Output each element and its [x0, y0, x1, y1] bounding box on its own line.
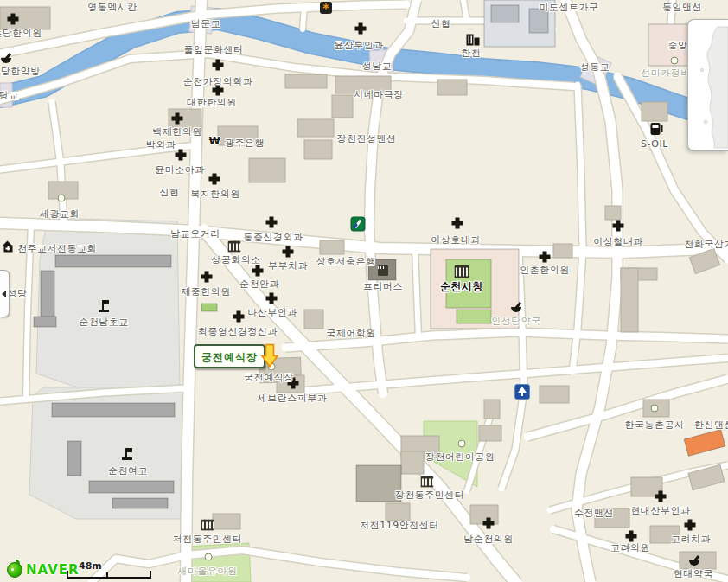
map-label: 인촌한의원 [520, 264, 570, 277]
map-label: 저전119안전센터 [360, 519, 439, 532]
panel-collapse-toggle[interactable] [0, 270, 10, 317]
location-marker-arrow-icon [260, 342, 279, 368]
map-label: 장천진성맨션 [337, 132, 397, 145]
hospital-cross-icon [266, 217, 278, 228]
map-label: 순천남초교 [79, 316, 129, 329]
map-label: 초당한의원 [0, 27, 42, 40]
hospital-cross-icon [355, 23, 367, 35]
map-label: 선미카정비 [641, 67, 691, 80]
map-label: 성동교 [580, 61, 610, 74]
map-label: 영동멕시칸 [87, 1, 137, 14]
map-label: 세브란스피부과 [258, 392, 328, 405]
bathhouse-icon [514, 384, 530, 400]
map-label: 풀잎문화센터 [184, 43, 244, 56]
map-label: 저전동주민센터 [173, 533, 243, 546]
scale-bar: 48m [67, 562, 150, 578]
naver-bird-icon [7, 562, 22, 578]
map-label: 이상호내과 [431, 233, 481, 246]
map-label: 순천가정의학과 [183, 75, 253, 88]
map-label: 순천안과 [239, 278, 279, 291]
map-label: 동증신경외과 [244, 231, 303, 244]
hospital-cross-icon [209, 174, 220, 185]
poi-dot-icon [651, 405, 659, 413]
cityhall-building-icon [455, 265, 469, 278]
poi-dot-icon [458, 440, 466, 448]
government-building-icon [201, 520, 214, 531]
map-label: 장천동주민센터 [395, 489, 465, 502]
map-label: 이상철내과 [593, 235, 643, 248]
hospital-cross-icon [483, 518, 495, 529]
hospital-cross-icon [176, 150, 187, 161]
map-label: S-OIL [641, 138, 668, 150]
school-flag-icon [121, 448, 133, 460]
map-label: 순천여고 [108, 464, 148, 477]
hospital-cross-icon [655, 491, 667, 502]
map-label: 수정맨션 [574, 507, 614, 520]
pharmacy-icon [1, 54, 11, 64]
school-flag-icon [98, 300, 110, 312]
map-label: 현대산부인과 [631, 504, 691, 517]
hospital-cross-icon [283, 246, 294, 258]
map-label: 신협 [431, 17, 451, 30]
hospital-cross-icon [172, 113, 183, 125]
bank-logo-icon [351, 217, 366, 232]
map-label: 최종영신경정신과 [198, 325, 278, 338]
map-label: 성당 [8, 287, 28, 300]
map-label: 고려의원 [610, 541, 650, 554]
map-label: 세광교회 [40, 208, 80, 221]
poi-dot-icon [58, 195, 66, 202]
map-label: 인성당약국 [491, 315, 541, 328]
restaurant-poi-icon: * [320, 2, 332, 14]
overview-minimap[interactable] [687, 19, 728, 151]
chevron-left-icon [2, 291, 6, 297]
map-label: 백제한의원 [152, 125, 202, 138]
hospital-cross-icon [252, 265, 264, 277]
map-label: 제중한의원 [181, 285, 231, 298]
hospital-cross-icon [540, 252, 551, 263]
map-label: 궁전예식장 [244, 371, 294, 384]
map-canvas[interactable]: ₩*영동멕시칸남문교초당한의원초당한약방평교풀잎문화센터순천가정의학과대한한의원… [0, 0, 728, 582]
map-label: 박외과 [146, 138, 176, 151]
map-label: 한전 [462, 47, 482, 60]
map-label: 윤미소아과 [155, 163, 205, 176]
map-label: 장천어린이공원 [425, 451, 495, 464]
korea-outline-icon [688, 20, 728, 150]
map-label: 한국농촌공사 [625, 419, 685, 432]
theater-icon [378, 265, 388, 276]
map-label: 신협 [160, 186, 180, 199]
map-label: 프리머스 [363, 280, 403, 293]
map-label: 남순천의원 [463, 533, 514, 546]
map-label: 윤산부인과 [334, 39, 384, 52]
place-callout[interactable]: 궁전예식장 [194, 344, 265, 368]
pharmacy-icon [511, 303, 521, 313]
gas-station-icon [651, 123, 661, 135]
map-label: 미도센트가구 [540, 1, 599, 14]
map-label: 복지한의원 [190, 188, 240, 201]
map-label: 순천시청 [440, 279, 483, 294]
map-label: 현대약국 [674, 567, 713, 580]
map-label: 중앙 [668, 39, 688, 52]
map-label: 전화국삼거리 [685, 238, 728, 251]
hospital-cross-icon [233, 311, 245, 323]
poi-dot-icon [671, 57, 679, 65]
hospital-cross-icon [613, 221, 624, 232]
map-label: 시네마극장 [354, 88, 404, 101]
scale-bar-line [67, 571, 151, 579]
map-label: 천주교저전동교회 [17, 242, 97, 255]
pharmacy-icon [689, 556, 699, 566]
poi-dot-icon [205, 553, 213, 561]
map-label: 대한한의원 [187, 96, 237, 109]
map-label: 남문교 [191, 17, 221, 30]
government-building-icon [421, 476, 434, 488]
hospital-cross-icon [8, 14, 19, 25]
poi-overlay: ₩*영동멕시칸남문교초당한의원초당한약방평교풀잎문화센터순천가정의학과대한한의원… [0, 0, 728, 582]
hospital-cross-icon [213, 60, 224, 71]
map-label: 광주은행 [225, 137, 265, 150]
map-label: 성남교 [362, 60, 393, 73]
map-label: 남교오거리 [170, 227, 220, 240]
government-building-icon [228, 241, 241, 253]
hospital-cross-icon [685, 520, 696, 531]
map-label: 평교 [0, 89, 19, 102]
bank-won-icon: ₩ [208, 136, 220, 146]
map-label: 한신맨션 [694, 419, 728, 432]
